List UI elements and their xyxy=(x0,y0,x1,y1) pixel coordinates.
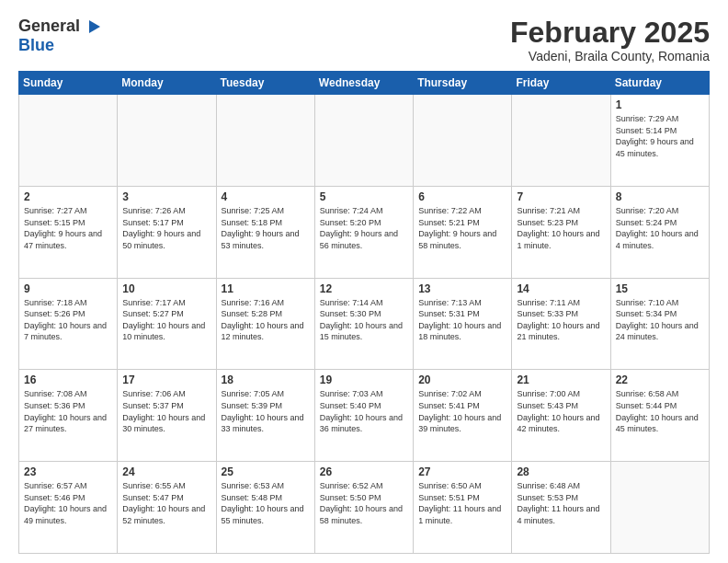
logo-general: General xyxy=(18,17,80,36)
calendar-cell: 11Sunrise: 7:16 AM Sunset: 5:28 PM Dayli… xyxy=(216,278,314,370)
calendar-cell: 8Sunrise: 7:20 AM Sunset: 5:24 PM Daylig… xyxy=(610,186,709,278)
day-info: Sunrise: 6:48 AM Sunset: 5:53 PM Dayligh… xyxy=(517,480,605,526)
calendar-cell: 16Sunrise: 7:08 AM Sunset: 5:36 PM Dayli… xyxy=(19,370,118,462)
day-number: 16 xyxy=(24,373,112,386)
calendar-cell: 5Sunrise: 7:24 AM Sunset: 5:20 PM Daylig… xyxy=(314,186,413,278)
calendar-cell: 20Sunrise: 7:02 AM Sunset: 5:41 PM Dayli… xyxy=(414,370,512,462)
calendar-cell: 23Sunrise: 6:57 AM Sunset: 5:46 PM Dayli… xyxy=(19,462,118,554)
calendar-cell: 9Sunrise: 7:18 AM Sunset: 5:26 PM Daylig… xyxy=(19,278,118,370)
calendar-cell xyxy=(19,95,118,187)
calendar-cell: 22Sunrise: 6:58 AM Sunset: 5:44 PM Dayli… xyxy=(610,370,709,462)
calendar-cell: 26Sunrise: 6:52 AM Sunset: 5:50 PM Dayli… xyxy=(314,462,413,554)
calendar-table: Sunday Monday Tuesday Wednesday Thursday… xyxy=(18,71,710,554)
day-number: 9 xyxy=(24,282,112,295)
calendar-title: February 2025 xyxy=(510,17,710,49)
day-info: Sunrise: 7:16 AM Sunset: 5:28 PM Dayligh… xyxy=(222,297,310,343)
calendar-cell: 6Sunrise: 7:22 AM Sunset: 5:21 PM Daylig… xyxy=(414,186,512,278)
calendar-week-5: 23Sunrise: 6:57 AM Sunset: 5:46 PM Dayli… xyxy=(19,462,710,554)
svg-marker-0 xyxy=(89,20,100,33)
day-number: 18 xyxy=(222,373,310,386)
day-number: 19 xyxy=(320,373,408,386)
day-number: 20 xyxy=(418,373,506,386)
day-info: Sunrise: 7:08 AM Sunset: 5:36 PM Dayligh… xyxy=(24,388,112,434)
calendar-cell xyxy=(216,95,314,187)
calendar-cell xyxy=(118,95,216,187)
calendar-cell xyxy=(512,95,610,187)
day-number: 12 xyxy=(320,282,408,295)
day-number: 2 xyxy=(24,190,112,203)
title-block: February 2025 Vadeni, Braila County, Rom… xyxy=(510,17,710,63)
col-wednesday: Wednesday xyxy=(314,72,413,95)
day-info: Sunrise: 7:20 AM Sunset: 5:24 PM Dayligh… xyxy=(616,205,704,251)
calendar-cell: 4Sunrise: 7:25 AM Sunset: 5:18 PM Daylig… xyxy=(216,186,314,278)
day-info: Sunrise: 6:58 AM Sunset: 5:44 PM Dayligh… xyxy=(616,388,704,434)
day-number: 17 xyxy=(122,373,210,386)
calendar-cell: 1Sunrise: 7:29 AM Sunset: 5:14 PM Daylig… xyxy=(610,95,709,187)
day-info: Sunrise: 6:50 AM Sunset: 5:51 PM Dayligh… xyxy=(418,480,506,526)
day-number: 5 xyxy=(320,190,408,203)
calendar-week-1: 1Sunrise: 7:29 AM Sunset: 5:14 PM Daylig… xyxy=(19,95,710,187)
logo-blue: Blue xyxy=(18,37,102,55)
calendar-cell xyxy=(314,95,413,187)
day-info: Sunrise: 7:25 AM Sunset: 5:18 PM Dayligh… xyxy=(222,205,310,251)
day-info: Sunrise: 7:11 AM Sunset: 5:33 PM Dayligh… xyxy=(517,297,605,343)
day-number: 24 xyxy=(122,465,210,478)
day-number: 14 xyxy=(517,282,605,295)
day-info: Sunrise: 7:03 AM Sunset: 5:40 PM Dayligh… xyxy=(320,388,408,434)
day-info: Sunrise: 7:10 AM Sunset: 5:34 PM Dayligh… xyxy=(616,297,704,343)
day-info: Sunrise: 7:00 AM Sunset: 5:43 PM Dayligh… xyxy=(517,388,605,434)
calendar-cell: 10Sunrise: 7:17 AM Sunset: 5:27 PM Dayli… xyxy=(118,278,216,370)
day-info: Sunrise: 7:05 AM Sunset: 5:39 PM Dayligh… xyxy=(222,388,310,434)
day-info: Sunrise: 7:02 AM Sunset: 5:41 PM Dayligh… xyxy=(418,388,506,434)
day-info: Sunrise: 7:24 AM Sunset: 5:20 PM Dayligh… xyxy=(320,205,408,251)
day-number: 11 xyxy=(222,282,310,295)
calendar-cell xyxy=(610,462,709,554)
calendar-cell: 21Sunrise: 7:00 AM Sunset: 5:43 PM Dayli… xyxy=(512,370,610,462)
calendar-week-2: 2Sunrise: 7:27 AM Sunset: 5:15 PM Daylig… xyxy=(19,186,710,278)
calendar-header-row: Sunday Monday Tuesday Wednesday Thursday… xyxy=(19,72,710,95)
day-number: 25 xyxy=(222,465,310,478)
page: General Blue February 2025 Vadeni, Brail… xyxy=(0,0,728,563)
calendar-cell: 2Sunrise: 7:27 AM Sunset: 5:15 PM Daylig… xyxy=(19,186,118,278)
day-info: Sunrise: 7:27 AM Sunset: 5:15 PM Dayligh… xyxy=(24,205,112,251)
day-info: Sunrise: 7:21 AM Sunset: 5:23 PM Dayligh… xyxy=(517,205,605,251)
day-info: Sunrise: 6:55 AM Sunset: 5:47 PM Dayligh… xyxy=(122,480,210,526)
calendar-cell: 19Sunrise: 7:03 AM Sunset: 5:40 PM Dayli… xyxy=(314,370,413,462)
calendar-cell: 15Sunrise: 7:10 AM Sunset: 5:34 PM Dayli… xyxy=(610,278,709,370)
logo: General Blue xyxy=(18,17,102,55)
header: General Blue February 2025 Vadeni, Brail… xyxy=(18,17,710,63)
day-number: 15 xyxy=(616,282,704,295)
calendar-week-4: 16Sunrise: 7:08 AM Sunset: 5:36 PM Dayli… xyxy=(19,370,710,462)
col-saturday: Saturday xyxy=(610,72,709,95)
day-number: 27 xyxy=(418,465,506,478)
day-info: Sunrise: 7:18 AM Sunset: 5:26 PM Dayligh… xyxy=(24,297,112,343)
day-number: 3 xyxy=(122,190,210,203)
day-info: Sunrise: 7:06 AM Sunset: 5:37 PM Dayligh… xyxy=(122,388,210,434)
calendar-cell: 13Sunrise: 7:13 AM Sunset: 5:31 PM Dayli… xyxy=(414,278,512,370)
day-info: Sunrise: 7:26 AM Sunset: 5:17 PM Dayligh… xyxy=(122,205,210,251)
day-info: Sunrise: 7:17 AM Sunset: 5:27 PM Dayligh… xyxy=(122,297,210,343)
calendar-cell: 14Sunrise: 7:11 AM Sunset: 5:33 PM Dayli… xyxy=(512,278,610,370)
col-friday: Friday xyxy=(512,72,610,95)
day-number: 13 xyxy=(418,282,506,295)
day-info: Sunrise: 6:53 AM Sunset: 5:48 PM Dayligh… xyxy=(222,480,310,526)
calendar-week-3: 9Sunrise: 7:18 AM Sunset: 5:26 PM Daylig… xyxy=(19,278,710,370)
calendar-cell: 3Sunrise: 7:26 AM Sunset: 5:17 PM Daylig… xyxy=(118,186,216,278)
calendar-cell: 12Sunrise: 7:14 AM Sunset: 5:30 PM Dayli… xyxy=(314,278,413,370)
day-number: 22 xyxy=(616,373,704,386)
calendar-cell: 24Sunrise: 6:55 AM Sunset: 5:47 PM Dayli… xyxy=(118,462,216,554)
day-number: 7 xyxy=(517,190,605,203)
day-number: 6 xyxy=(418,190,506,203)
col-sunday: Sunday xyxy=(19,72,118,95)
col-thursday: Thursday xyxy=(414,72,512,95)
day-info: Sunrise: 6:57 AM Sunset: 5:46 PM Dayligh… xyxy=(24,480,112,526)
calendar-cell: 17Sunrise: 7:06 AM Sunset: 5:37 PM Dayli… xyxy=(118,370,216,462)
day-info: Sunrise: 7:14 AM Sunset: 5:30 PM Dayligh… xyxy=(320,297,408,343)
day-number: 1 xyxy=(616,98,704,111)
calendar-cell: 25Sunrise: 6:53 AM Sunset: 5:48 PM Dayli… xyxy=(216,462,314,554)
logo-icon xyxy=(82,17,102,37)
day-info: Sunrise: 7:22 AM Sunset: 5:21 PM Dayligh… xyxy=(418,205,506,251)
col-monday: Monday xyxy=(118,72,216,95)
day-info: Sunrise: 7:13 AM Sunset: 5:31 PM Dayligh… xyxy=(418,297,506,343)
day-number: 23 xyxy=(24,465,112,478)
